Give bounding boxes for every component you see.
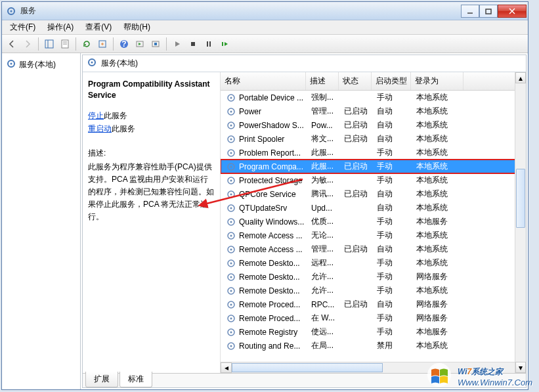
start-service-button[interactable]: [170, 37, 184, 51]
service-row[interactable]: Remote Access ...无论...手动本地系统: [221, 229, 526, 242]
service-row[interactable]: PowerShadow S...Pow...已启动自动本地系统: [221, 118, 526, 132]
help-button[interactable]: ?: [117, 37, 131, 51]
svg-rect-3: [486, 9, 491, 14]
export-button[interactable]: [95, 37, 110, 51]
col-status[interactable]: 状态: [339, 72, 372, 90]
cell-logon: 本地系统: [414, 202, 466, 213]
tab-extended[interactable]: 扩展: [85, 372, 118, 387]
cell-status: 已启动: [341, 299, 374, 310]
stop-service-link[interactable]: 停止: [88, 111, 104, 120]
service-row[interactable]: Power管理...已启动自动本地系统: [221, 104, 526, 118]
tree-root-services[interactable]: 服务(本地): [5, 57, 77, 72]
cell-name: Print Spooler: [239, 135, 284, 144]
col-desc[interactable]: 描述: [306, 72, 339, 90]
cell-name: Program Compa...: [239, 162, 303, 171]
gear-icon: [226, 286, 236, 296]
cell-startup: 自动: [374, 299, 414, 310]
service-row[interactable]: Remote Deskto...允许...手动本地系统: [221, 284, 526, 297]
service-row[interactable]: Problem Report...此服...手动本地系统: [221, 146, 526, 160]
svg-point-28: [230, 110, 232, 112]
scroll-down-button[interactable]: ▾: [515, 362, 526, 373]
service-row[interactable]: Remote Registry使远...手动本地服务: [221, 325, 526, 339]
svg-point-40: [230, 193, 232, 195]
service-row[interactable]: Remote Deskto...允许...手动网络服务: [221, 270, 526, 284]
menu-file[interactable]: 文件(F): [5, 20, 41, 34]
cell-logon: 本地系统: [414, 133, 466, 144]
service-row[interactable]: Routing and Re...在局...禁用本地系统: [221, 339, 526, 353]
service-row[interactable]: Program Compa...此服...已启动手动本地系统: [221, 160, 526, 173]
cell-desc: 优质...: [309, 216, 341, 227]
menubar: 文件(F) 操作(A) 查看(V) 帮助(H): [2, 20, 528, 35]
service-row[interactable]: QTUpdateSrvUpd...自动本地系统: [221, 201, 526, 215]
show-hide-tree-button[interactable]: [42, 37, 56, 51]
svg-point-52: [230, 276, 232, 278]
cell-logon: 本地系统: [414, 230, 466, 241]
minimize-button[interactable]: [461, 5, 479, 18]
tab-standard[interactable]: 标准: [119, 372, 152, 387]
desc-text: 此服务为程序兼容性助手(PCA)提供支持。PCA 监视由用户安装和运行的程序，并…: [88, 161, 215, 224]
titlebar[interactable]: 服务: [2, 2, 528, 20]
cell-logon: 本地系统: [414, 285, 466, 296]
refresh-button[interactable]: [79, 37, 94, 51]
gear-icon: [226, 217, 236, 227]
cell-logon: 网络服务: [414, 313, 466, 324]
vertical-scrollbar[interactable]: ▴ ▾: [515, 72, 526, 373]
cell-name: PowerShadow S...: [239, 121, 304, 130]
svg-point-30: [230, 124, 232, 126]
svg-point-44: [230, 221, 232, 223]
cell-startup: 自动: [374, 120, 414, 131]
restart-service-button[interactable]: [217, 37, 232, 51]
service-row[interactable]: Portable Device ...强制...手动本地系统: [221, 91, 526, 104]
scroll-up-button[interactable]: ▴: [515, 72, 526, 83]
menu-view[interactable]: 查看(V): [80, 20, 117, 34]
cell-startup: 自动: [374, 202, 414, 213]
cell-name: Remote Proced...: [239, 300, 300, 309]
scroll-thumb-h[interactable]: [232, 363, 383, 372]
service-row[interactable]: Quality Windows...优质...手动本地服务: [221, 215, 526, 229]
service-row[interactable]: Protected Storage为敏...手动本地系统: [221, 173, 526, 187]
horizontal-scrollbar[interactable]: ◂ ▸: [221, 362, 526, 373]
cell-logon: 本地系统: [414, 120, 466, 131]
service-row[interactable]: Remote Proced...在 W...手动网络服务: [221, 311, 526, 325]
back-button[interactable]: [5, 37, 19, 51]
pause-service-button[interactable]: [202, 37, 216, 51]
cell-startup: 手动: [374, 230, 414, 241]
cell-startup: 手动: [374, 147, 414, 158]
svg-point-36: [230, 165, 232, 167]
stop-service-button[interactable]: [186, 37, 200, 51]
service-row[interactable]: Print Spooler将文...已启动自动本地系统: [221, 132, 526, 146]
forward-button[interactable]: [20, 37, 35, 51]
cell-startup: 手动: [374, 216, 414, 227]
cell-name: Remote Access ...: [239, 231, 303, 240]
col-startup[interactable]: 启动类型: [372, 72, 411, 90]
list-header: 名称 描述 状态 启动类型 登录为: [221, 72, 526, 91]
list-rows[interactable]: Portable Device ...强制...手动本地系统Power管理...…: [221, 91, 526, 362]
svg-point-62: [230, 345, 232, 347]
close-button[interactable]: [498, 5, 527, 18]
col-logon[interactable]: 登录为: [411, 72, 464, 90]
menu-help[interactable]: 帮助(H): [118, 20, 156, 34]
restart-service-link[interactable]: 重启动: [88, 124, 112, 133]
service-row[interactable]: QPCore Service腾讯...已启动自动本地系统: [221, 187, 526, 201]
service-row[interactable]: Remote Proced...RPC...已启动自动网络服务: [221, 297, 526, 311]
toolbar-btn-9[interactable]: [148, 37, 163, 51]
cell-name: Protected Storage: [239, 176, 303, 185]
svg-point-1: [11, 10, 12, 12]
tree-pane[interactable]: 服务(本地): [2, 53, 81, 389]
maximize-button[interactable]: [479, 5, 498, 18]
service-row[interactable]: Remote Deskto...远程...手动本地系统: [221, 256, 526, 270]
scroll-left-button[interactable]: ◂: [221, 362, 232, 373]
toolbar-btn-8[interactable]: [133, 37, 147, 51]
svg-rect-20: [222, 42, 223, 46]
menu-action[interactable]: 操作(A): [42, 20, 79, 34]
window-title: 服务: [20, 5, 461, 16]
service-list: 名称 描述 状态 启动类型 登录为 Portable Device ...强制.…: [221, 72, 526, 373]
col-name[interactable]: 名称: [221, 72, 306, 90]
cell-startup: 自动: [374, 188, 414, 200]
cell-desc: 此服...: [309, 161, 341, 172]
scroll-thumb-v[interactable]: [516, 169, 525, 228]
service-row[interactable]: Remote Access ...管理...已启动自动本地系统: [221, 242, 526, 256]
properties-button[interactable]: [58, 37, 72, 51]
cell-desc: 此服...: [309, 147, 341, 158]
cell-startup: 自动: [374, 244, 414, 255]
